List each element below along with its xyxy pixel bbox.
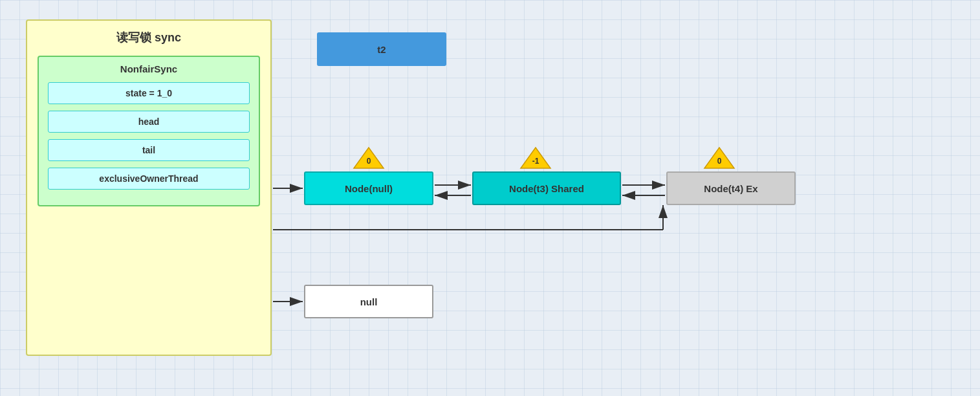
badge-node-t3: -1 (532, 157, 539, 166)
sync-title: 读写锁 sync (27, 21, 270, 50)
t2-box: t2 (317, 32, 446, 66)
null-box: null (304, 285, 433, 318)
field-state: state = 1_0 (48, 82, 250, 104)
badge-node-t4: 0 (717, 157, 722, 166)
svg-marker-3 (521, 148, 550, 168)
diagram-container: 读写锁 sync NonfairSync state = 1_0 head ta… (0, 0, 980, 396)
nonfair-title: NonfairSync (48, 63, 250, 74)
sync-box: 读写锁 sync NonfairSync state = 1_0 head ta… (26, 19, 272, 356)
svg-marker-2 (354, 148, 384, 168)
svg-marker-4 (704, 148, 734, 168)
field-tail: tail (48, 139, 250, 161)
badge-node-null: 0 (367, 157, 371, 166)
node-t4-box: Node(t4) Ex (666, 171, 796, 205)
field-exclusive: exclusiveOwnerThread (48, 168, 250, 190)
node-t3-box: Node(t3) Shared (472, 171, 621, 205)
node-null-box: Node(null) (304, 171, 433, 205)
nonfair-box: NonfairSync state = 1_0 head tail exclus… (38, 56, 260, 206)
field-head: head (48, 111, 250, 133)
